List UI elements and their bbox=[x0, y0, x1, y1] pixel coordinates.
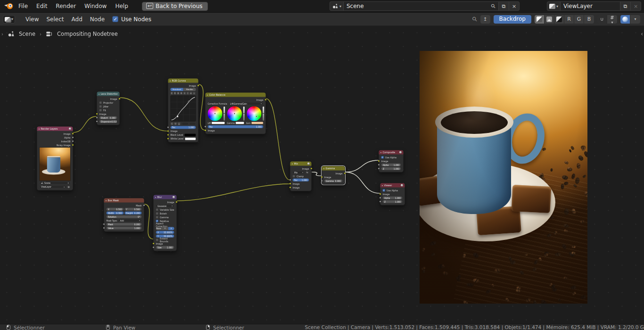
color-wheel-lift[interactable] bbox=[208, 107, 226, 121]
image-socket[interactable] bbox=[205, 130, 206, 132]
node-blur[interactable]: ▾BlurImageGaussian▾Variable SizeBokehGam… bbox=[153, 195, 177, 251]
option-x[interactable]: X bbox=[168, 227, 174, 231]
tool-icon[interactable]: ▭ bbox=[190, 92, 192, 95]
slider-fac[interactable]: Fac1.000 bbox=[208, 125, 264, 129]
color-swatch[interactable] bbox=[235, 122, 244, 124]
slider-fac[interactable]: Fac1.000 bbox=[171, 126, 196, 129]
tool-icon[interactable]: ∿ bbox=[171, 122, 174, 125]
image-socket[interactable] bbox=[167, 130, 169, 132]
value-socket[interactable] bbox=[378, 168, 380, 170]
viewlayer-name-field[interactable]: ViewLayer bbox=[560, 1, 620, 11]
collapse-icon[interactable]: ▾ bbox=[323, 167, 324, 170]
viewlayer-remove-button[interactable]: × bbox=[631, 1, 641, 11]
checkbox-checked-icon[interactable]: ✓ bbox=[383, 189, 386, 192]
color-swatch[interactable] bbox=[251, 122, 263, 124]
value-socket[interactable] bbox=[143, 205, 145, 206]
viewlayer-new-copy-button[interactable]: ⧉ bbox=[620, 1, 631, 11]
color-wheel-gain[interactable] bbox=[247, 107, 265, 121]
node-header[interactable]: ▾Gamma bbox=[322, 166, 345, 171]
node-gamma[interactable]: ▾GammaImageImageGamma0.900 bbox=[322, 166, 345, 185]
value-slider[interactable] bbox=[223, 107, 226, 121]
tool-icon[interactable]: ▽ bbox=[174, 122, 177, 125]
tool-icon[interactable]: B bbox=[180, 92, 183, 95]
breadcrumb-nodetree[interactable]: Compositing Nodetree bbox=[57, 31, 118, 37]
backdrop-alpha-button[interactable] bbox=[554, 15, 564, 24]
node-mix[interactable]: ▾MixImageMix▾⇆ClampFac1.000ImageImage bbox=[290, 161, 312, 191]
dropdown-mix[interactable]: Mix▾ bbox=[293, 171, 305, 174]
image-socket[interactable] bbox=[176, 201, 178, 203]
node-composite[interactable]: ▾Composite✓Use AlphaImageAlpha1.000Z1.00… bbox=[379, 150, 404, 173]
pin-icon[interactable]: ⚲ bbox=[490, 2, 497, 10]
node-lens-distortion[interactable]: ▾Lens DistortionImageProjectorJitterFitI… bbox=[97, 91, 120, 125]
menu-node[interactable]: Node bbox=[86, 16, 108, 23]
wheel-cursor[interactable] bbox=[215, 113, 216, 115]
region-toggle-right[interactable]: ‹ bbox=[641, 31, 643, 37]
viewlayer-dropdown[interactable]: ViewLayer▾ bbox=[40, 185, 66, 189]
image-socket[interactable] bbox=[119, 98, 121, 100]
slider-width[interactable]: Width0.300 bbox=[107, 212, 124, 215]
color-swatch[interactable] bbox=[184, 133, 196, 136]
render-layer-icon[interactable]: ▤ bbox=[67, 185, 71, 189]
scene-browse-dropdown[interactable]: ▾ bbox=[330, 1, 343, 11]
collapse-icon[interactable]: ▾ bbox=[292, 163, 293, 165]
node-header[interactable]: ▾Render Layers bbox=[37, 127, 73, 131]
menu-render[interactable]: Render bbox=[51, 0, 80, 12]
image-socket[interactable] bbox=[311, 168, 313, 170]
node-header[interactable]: ▾Box Mask bbox=[104, 198, 144, 203]
node-header[interactable]: ▾Viewer bbox=[380, 183, 405, 188]
image-socket[interactable] bbox=[265, 99, 267, 101]
value-socket[interactable] bbox=[289, 179, 291, 181]
value-socket[interactable] bbox=[380, 201, 381, 203]
value-socket[interactable] bbox=[321, 180, 323, 182]
channel-r-button[interactable]: R bbox=[564, 15, 574, 24]
unlink-icon[interactable]: × bbox=[67, 182, 69, 184]
collapse-icon[interactable]: ▾ bbox=[382, 184, 383, 187]
overlays-dropdown[interactable]: ▾ bbox=[630, 15, 640, 24]
checkbox-icon[interactable] bbox=[156, 212, 159, 215]
number-field[interactable] bbox=[182, 122, 189, 125]
breadcrumb-scene[interactable]: Scene bbox=[19, 31, 35, 37]
checkbox-icon[interactable] bbox=[293, 175, 296, 178]
image-socket[interactable] bbox=[289, 183, 291, 185]
dropdown-add[interactable]: Add▾ bbox=[118, 219, 142, 223]
option-none[interactable]: None bbox=[156, 227, 162, 231]
value-socket[interactable] bbox=[167, 138, 169, 140]
value-socket[interactable] bbox=[205, 126, 206, 128]
slider-size[interactable]: Size1.000 bbox=[156, 246, 174, 249]
curve-widget[interactable] bbox=[171, 96, 196, 122]
slider-dispersion[interactable]: Dispersion0.010 bbox=[99, 120, 117, 124]
image-socket[interactable] bbox=[72, 144, 74, 146]
number-field[interactable] bbox=[189, 122, 196, 125]
checkbox-icon[interactable] bbox=[156, 239, 159, 241]
node-render-layers[interactable]: ▾Render LayersImageAlphaIndexOBNoisy Ima… bbox=[37, 126, 73, 190]
color-wheel[interactable] bbox=[227, 107, 242, 121]
image-socket[interactable] bbox=[289, 187, 291, 189]
slider-rotation[interactable]: Rotation0° bbox=[107, 215, 142, 219]
backdrop-toggle-button[interactable]: Backdrop bbox=[494, 15, 531, 24]
menu-window[interactable]: Window bbox=[80, 0, 111, 12]
value-socket[interactable] bbox=[380, 197, 381, 199]
option-y[interactable]: Y bbox=[162, 227, 168, 231]
checkbox-icon[interactable] bbox=[99, 109, 102, 112]
collapse-icon[interactable]: ▾ bbox=[39, 128, 40, 130]
node-header[interactable]: ▾Color Balance bbox=[206, 93, 266, 97]
collapse-icon[interactable]: ▾ bbox=[207, 94, 208, 96]
value-socket[interactable] bbox=[72, 140, 74, 142]
slider-x[interactable]: X0.500 bbox=[107, 208, 124, 211]
checkbox-icon[interactable] bbox=[156, 208, 159, 211]
value-socket[interactable] bbox=[103, 223, 105, 225]
collapse-icon[interactable]: ▾ bbox=[380, 151, 381, 154]
checkbox-icon[interactable] bbox=[99, 101, 102, 104]
color-wheel[interactable] bbox=[208, 107, 223, 121]
slider-alpha[interactable]: Alpha1.000 bbox=[383, 197, 403, 200]
dropdown-gaussian[interactable]: Gaussian▾ bbox=[156, 205, 174, 208]
node-header[interactable]: ▾RGB Curves bbox=[168, 79, 198, 83]
image-socket[interactable] bbox=[153, 243, 155, 245]
channel-g-button[interactable]: G bbox=[574, 15, 584, 24]
slider-mask[interactable]: Mask0.000 bbox=[107, 223, 142, 226]
wheel-cursor[interactable] bbox=[234, 113, 235, 115]
image-socket[interactable] bbox=[378, 160, 380, 162]
tool-icon[interactable]: ⌄ bbox=[193, 92, 196, 95]
node-rgb-curves[interactable]: ▾RGB CurvesImageStandardFilmlikeCRGB+−▭⌄… bbox=[168, 78, 198, 142]
snap-toggle-button[interactable]: ∪ bbox=[597, 15, 607, 24]
